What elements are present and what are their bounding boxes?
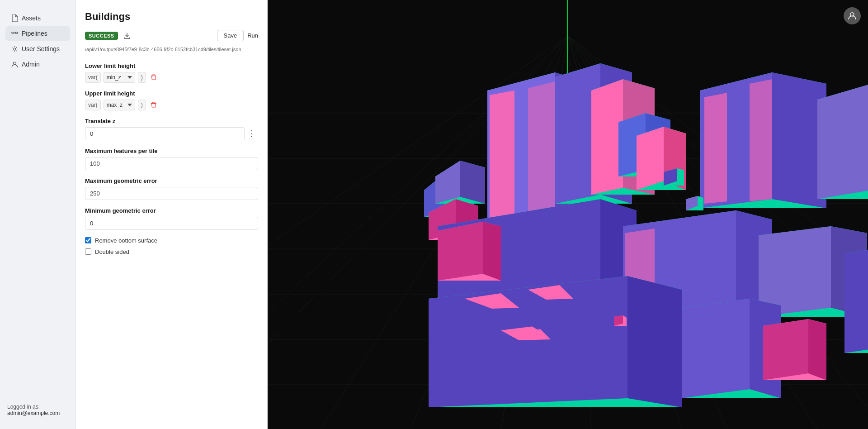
upper-limit-var-select[interactable]: max_z min_z [104, 100, 135, 110]
remove-bottom-surface-checkbox[interactable] [85, 237, 91, 243]
sidebar-nav: Assets Pipelines User Settings [0, 7, 75, 398]
sidebar-item-assets[interactable]: Assets [5, 11, 70, 25]
translate-z-input-row: ⋮ [85, 127, 258, 140]
min-geo-error-section: Minimum geometric error [85, 207, 258, 230]
sidebar-item-admin-label: Admin [22, 61, 40, 68]
svg-marker-63 [817, 84, 868, 199]
logged-in-label: Logged in as: [7, 404, 68, 410]
lower-limit-var-suffix: ) [138, 72, 146, 83]
lower-limit-delete-button[interactable] [149, 73, 159, 81]
user-avatar-button[interactable] [844, 7, 861, 24]
svg-marker-43 [490, 91, 514, 222]
svg-marker-60 [704, 93, 727, 204]
max-geo-error-section: Maximum geometric error [85, 177, 258, 200]
svg-marker-49 [591, 79, 623, 195]
svg-marker-98 [627, 276, 682, 407]
svg-marker-61 [750, 79, 772, 201]
sidebar-item-admin[interactable]: Admin [5, 57, 70, 72]
upper-limit-var-suffix: ) [138, 100, 146, 110]
svg-marker-78 [438, 222, 483, 281]
svg-point-4 [13, 62, 16, 65]
translate-z-input[interactable] [85, 127, 245, 140]
3d-scene [268, 0, 868, 429]
double-sided-row: Double sided [85, 248, 258, 255]
min-geo-error-label: Minimum geometric error [85, 207, 258, 214]
translate-z-label: Translate z [85, 118, 258, 124]
sidebar-item-pipelines[interactable]: Pipelines [5, 26, 70, 41]
svg-marker-108 [808, 319, 826, 380]
sidebar-item-user-settings[interactable]: User Settings [5, 42, 70, 56]
svg-marker-107 [763, 319, 808, 380]
main-panel: Buildings SUCCESS Save Run /api/v1/outpu… [76, 0, 268, 429]
pipeline-icon [11, 30, 18, 37]
svg-marker-97 [429, 276, 627, 407]
max-geo-error-input[interactable] [85, 187, 258, 200]
svg-rect-0 [12, 32, 14, 33]
upper-limit-height-section: Upper limit height var( max_z min_z ) [85, 90, 258, 110]
lower-limit-height-section: Lower limit height var( min_z max_z ) [85, 62, 258, 83]
page-title: Buildings [85, 11, 258, 23]
svg-marker-36 [460, 161, 485, 204]
download-button[interactable] [122, 31, 132, 40]
remove-bottom-surface-row: Remove bottom surface [85, 237, 258, 244]
admin-icon [11, 61, 18, 68]
max-features-input[interactable] [85, 157, 258, 170]
sidebar-footer: Logged in as: admin@example.com [0, 398, 75, 422]
file-icon [11, 14, 18, 22]
sidebar: Assets Pipelines User Settings [0, 0, 76, 429]
upper-limit-height-label: Upper limit height [85, 90, 258, 97]
run-button[interactable]: Run [247, 32, 258, 39]
lower-limit-height-row: var( min_z max_z ) [85, 72, 258, 83]
user-email: admin@example.com [7, 410, 68, 416]
svg-marker-91 [844, 244, 868, 353]
status-badge: SUCCESS [85, 32, 118, 40]
upper-limit-var-prefix: var( [85, 100, 101, 110]
api-path: /api/v1/output/8945f7e9-8c3b-4656-9f2c-6… [85, 46, 258, 53]
max-geo-error-label: Maximum geometric error [85, 177, 258, 184]
svg-marker-44 [528, 81, 555, 215]
sidebar-item-pipelines-label: Pipelines [22, 30, 47, 37]
svg-point-3 [14, 48, 16, 50]
svg-marker-79 [483, 222, 501, 281]
translate-z-section: Translate z ⋮ [85, 118, 258, 140]
sidebar-item-user-settings-label: User Settings [22, 45, 60, 52]
gear-icon [11, 45, 18, 52]
svg-rect-1 [15, 32, 18, 33]
toolbar: SUCCESS Save Run [85, 30, 258, 41]
upper-limit-height-row: var( max_z min_z ) [85, 100, 258, 110]
remove-bottom-surface-label[interactable]: Remove bottom surface [95, 237, 157, 244]
svg-marker-55 [637, 127, 664, 190]
lower-limit-var-prefix: var( [85, 72, 101, 83]
double-sided-checkbox[interactable] [85, 248, 91, 255]
max-features-section: Maximum features per tile [85, 148, 258, 170]
double-sided-label[interactable]: Double sided [95, 248, 129, 255]
save-button[interactable]: Save [217, 30, 244, 41]
translate-z-menu-button[interactable]: ⋮ [245, 129, 258, 138]
upper-limit-delete-button[interactable] [149, 101, 159, 109]
sidebar-item-assets-label: Assets [22, 14, 41, 22]
max-features-label: Maximum features per tile [85, 148, 258, 154]
lower-limit-var-select[interactable]: min_z max_z [104, 72, 135, 83]
viewport [268, 0, 868, 429]
svg-marker-104 [682, 299, 750, 398]
min-geo-error-input[interactable] [85, 217, 258, 230]
lower-limit-height-label: Lower limit height [85, 62, 258, 69]
